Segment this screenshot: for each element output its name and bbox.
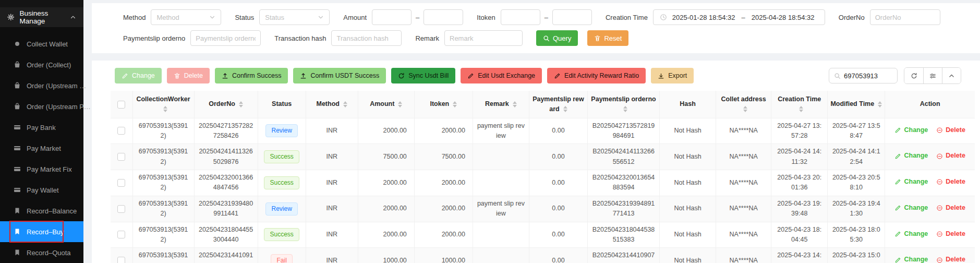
row-checkbox[interactable]: [117, 231, 125, 238]
remark-input[interactable]: [444, 30, 523, 46]
cell-value: 2000.00: [383, 179, 407, 186]
button-label: Delete: [184, 72, 203, 79]
reset-button[interactable]: Reset: [587, 30, 628, 46]
row-checkbox[interactable]: [117, 257, 125, 263]
itoken-max-input[interactable]: [552, 9, 592, 25]
sidebar-item-record-buy[interactable]: Record–Buy: [0, 221, 83, 242]
sidebar-item-pay-market-fix[interactable]: Pay Market Fix: [0, 159, 83, 180]
column-settings-button[interactable]: [923, 68, 942, 83]
row-delete-link[interactable]: Delete: [936, 125, 965, 135]
column-header-order_no[interactable]: OrderNo: [194, 91, 258, 118]
sidebar-item-record-balance[interactable]: Record–Balance: [0, 200, 83, 221]
sort-caret[interactable]: [623, 106, 627, 112]
column-header-modified[interactable]: Modified Time: [828, 91, 885, 118]
row-delete-link[interactable]: Delete: [936, 255, 965, 263]
column-header-collet[interactable]: Collet address: [716, 91, 771, 118]
column-header-reward[interactable]: Paymentslip reward: [529, 91, 587, 118]
cell-value: NA****NA: [730, 153, 758, 160]
cell-collet: NA****NA: [716, 144, 771, 170]
sidebar-item-record-quota[interactable]: Record–Quota: [0, 242, 83, 263]
change-link-label: Change: [904, 125, 928, 135]
sidebar-item-pay-market[interactable]: Pay Market: [0, 138, 83, 159]
row-delete-link[interactable]: Delete: [936, 177, 965, 187]
export-button[interactable]: Export: [651, 68, 694, 83]
cell-value: 0.00: [552, 153, 564, 160]
cell-reward: 0.00: [529, 196, 587, 222]
row-checkbox[interactable]: [117, 179, 125, 187]
collapse-button[interactable]: [942, 68, 961, 83]
sidebar-menu-title: Business Manage: [20, 9, 65, 25]
column-label: Creation Time: [778, 95, 821, 103]
minus-circle-icon: [936, 153, 943, 160]
cell-worker: 697053913(53912): [132, 118, 194, 144]
sync-usdt-bill-button[interactable]: Sync Usdt Bill: [391, 68, 455, 83]
row-change-link[interactable]: Change: [894, 125, 928, 135]
cell-value: 697053913(53912): [139, 148, 188, 165]
edit-usdt-exchange-button[interactable]: Edit Usdt Exchange: [461, 68, 542, 83]
change-button[interactable]: Change: [115, 68, 162, 83]
column-label: Modified Time: [830, 100, 874, 107]
row-change-link[interactable]: Change: [894, 203, 928, 213]
cell-modified: 2025-04-23 20:58:10: [828, 170, 885, 196]
cell-value: 2025-04-23 14:41:09: [777, 252, 821, 263]
amount-min-input[interactable]: [372, 9, 412, 25]
row-change-link[interactable]: Change: [894, 151, 928, 161]
button-label: Confirm USDT Success: [310, 72, 379, 79]
sidebar-item-pay-bank[interactable]: Pay Bank: [0, 117, 83, 138]
row-checkbox[interactable]: [117, 153, 125, 161]
sort-caret[interactable]: [799, 106, 803, 112]
cell-amount: 2000.00: [358, 170, 414, 196]
sort-caret[interactable]: [398, 101, 402, 107]
status-select[interactable]: Status: [259, 9, 330, 25]
amount-max-input[interactable]: [424, 9, 463, 25]
refresh-button[interactable]: [904, 68, 923, 83]
sort-caret[interactable]: [163, 106, 167, 112]
change-link-label: Change: [904, 229, 928, 239]
edit-activity-reward-ratio-button[interactable]: Edit Activity Reward Ratio: [547, 68, 646, 83]
row-delete-link[interactable]: Delete: [936, 151, 965, 161]
sort-caret[interactable]: [453, 101, 457, 107]
sidebar-item-order-collect[interactable]: Order (Collect): [0, 54, 83, 75]
confirm-usdt-success-button[interactable]: Confirm USDT Success: [293, 68, 386, 83]
sort-caret[interactable]: [343, 101, 347, 107]
sidebar-item-order-upstream-p[interactable]: Order (Upstream P…: [0, 96, 83, 117]
column-header-itoken[interactable]: Itoken: [414, 91, 473, 118]
delete-button[interactable]: Delete: [167, 68, 210, 83]
row-delete-link[interactable]: Delete: [936, 229, 965, 239]
orderno-input[interactable]: [870, 9, 940, 25]
query-button[interactable]: Query: [536, 30, 578, 46]
sort-caret[interactable]: [743, 106, 747, 112]
cell-action: ChangeDelete: [885, 118, 975, 144]
transaction-hash-input[interactable]: [331, 30, 402, 46]
table-search-input[interactable]: [844, 72, 892, 80]
row-checkbox[interactable]: [117, 127, 125, 135]
column-header-slip_no[interactable]: Paymentslip orderno: [587, 91, 659, 118]
column-header-worker[interactable]: CollectionWorker: [132, 91, 194, 118]
sidebar-item-collect-wallet[interactable]: Collect Wallet: [0, 33, 83, 54]
row-change-link[interactable]: Change: [894, 229, 928, 239]
sort-caret[interactable]: [878, 101, 882, 107]
sort-caret[interactable]: [513, 101, 517, 107]
itoken-min-input[interactable]: [501, 9, 540, 25]
confirm-success-button[interactable]: Confirm Success: [215, 68, 288, 83]
column-header-amount[interactable]: Amount: [358, 91, 414, 118]
sidebar-menu-business-manage[interactable]: Business Manage: [0, 7, 83, 27]
select-all-checkbox[interactable]: [117, 101, 125, 109]
sidebar-item-pay-wallet[interactable]: Pay Wallet: [0, 180, 83, 200]
column-header-method[interactable]: Method: [306, 91, 358, 118]
row-checkbox[interactable]: [117, 205, 125, 213]
method-select[interactable]: Method: [151, 9, 221, 25]
column-header-remark[interactable]: Remark: [473, 91, 529, 118]
row-change-link[interactable]: Change: [894, 177, 928, 187]
column-label: Hash: [680, 100, 696, 107]
sort-caret[interactable]: [239, 101, 243, 107]
row-delete-link[interactable]: Delete: [936, 203, 965, 213]
sort-caret[interactable]: [563, 106, 567, 112]
paymentslip-orderno-input[interactable]: [190, 30, 261, 46]
column-header-created[interactable]: Creation Time: [771, 91, 828, 118]
amount-label: Amount: [343, 14, 367, 21]
cell-hash: Not Hash: [660, 144, 716, 170]
row-change-link[interactable]: Change: [894, 255, 928, 263]
creation-time-range-picker[interactable]: 2025-01-28 18:54:32 – 2025-04-28 18:54:3…: [653, 9, 825, 25]
sidebar-item-order-upstream[interactable]: Order (Upstream …: [0, 75, 83, 96]
